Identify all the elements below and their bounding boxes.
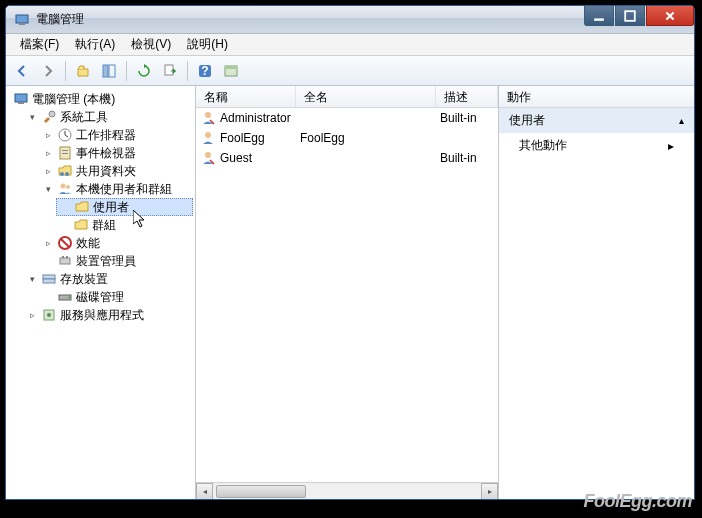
svg-rect-0 <box>16 15 28 23</box>
help-button[interactable]: ? <box>193 59 217 83</box>
cell-name: FoolEgg <box>220 131 265 145</box>
event-icon <box>57 145 73 161</box>
tree-panel[interactable]: 電腦管理 (本機) ▾ 系統工具 ▹ 工作排程器 <box>6 86 196 499</box>
export-button[interactable] <box>158 59 182 83</box>
tree-label: 裝置管理員 <box>76 253 136 270</box>
svg-point-32 <box>205 112 211 118</box>
tree-groups[interactable]: ▹ 群組 <box>56 216 193 234</box>
svg-point-21 <box>66 185 70 189</box>
svg-point-31 <box>47 313 51 317</box>
show-hide-tree-button[interactable] <box>97 59 121 83</box>
tree-label: 磁碟管理 <box>76 289 124 306</box>
submenu-icon: ▸ <box>668 139 674 153</box>
up-button[interactable] <box>71 59 95 83</box>
column-name[interactable]: 名稱 <box>196 86 296 107</box>
close-button[interactable] <box>646 6 694 26</box>
tree-users[interactable]: ▹ 使用者 <box>56 198 193 216</box>
svg-point-18 <box>60 172 64 176</box>
window-controls <box>583 6 694 33</box>
disk-icon <box>57 289 73 305</box>
tree-local-users-groups[interactable]: ▾ 本機使用者和群組 <box>40 180 193 198</box>
properties-button[interactable] <box>219 59 243 83</box>
list-body[interactable]: Administrator Built-in FoolEgg FoolEgg <box>196 108 498 482</box>
horizontal-scrollbar[interactable]: ◂ ▸ <box>196 482 498 499</box>
svg-rect-1 <box>19 23 25 25</box>
users-icon <box>57 181 73 197</box>
column-description[interactable]: 描述 <box>436 86 498 107</box>
tree-label: 事件檢視器 <box>76 145 136 162</box>
svg-rect-24 <box>62 256 64 258</box>
toolbar-separator <box>126 61 127 81</box>
svg-rect-10 <box>225 66 237 69</box>
tree-storage[interactable]: ▾ 存放裝置 <box>24 270 193 288</box>
action-panel: 動作 使用者 ▴ 其他動作 ▸ <box>499 86 694 499</box>
tree-label: 共用資料夾 <box>76 163 136 180</box>
tree-device-manager[interactable]: ▹ 裝置管理員 <box>40 252 193 270</box>
svg-point-20 <box>61 184 66 189</box>
tree-services[interactable]: ▹ 服務與應用程式 <box>24 306 193 324</box>
cell-name: Guest <box>220 151 252 165</box>
list-row[interactable]: Guest Built-in <box>196 148 498 168</box>
twisty-collapsed-icon[interactable]: ▹ <box>42 165 54 177</box>
collapse-icon: ▴ <box>679 115 684 126</box>
cell-name: Administrator <box>220 111 291 125</box>
tree-event-viewer[interactable]: ▹ 事件檢視器 <box>40 144 193 162</box>
column-fullname[interactable]: 全名 <box>296 86 436 107</box>
tree-disk-management[interactable]: ▹ 磁碟管理 <box>40 288 193 306</box>
tree-task-scheduler[interactable]: ▹ 工作排程器 <box>40 126 193 144</box>
tree-root-label: 電腦管理 (本機) <box>32 91 115 108</box>
menubar: 檔案(F) 執行(A) 檢視(V) 說明(H) <box>6 34 694 56</box>
svg-rect-27 <box>43 279 55 283</box>
svg-rect-3 <box>625 11 635 21</box>
scroll-thumb[interactable] <box>216 485 306 498</box>
storage-icon <box>41 271 57 287</box>
svg-text:?: ? <box>201 64 208 78</box>
action-body: 使用者 ▴ 其他動作 ▸ <box>499 108 694 499</box>
tree-performance[interactable]: ▹ 效能 <box>40 234 193 252</box>
cell-fullname: FoolEgg <box>300 131 345 145</box>
scroll-right-button[interactable]: ▸ <box>481 483 498 499</box>
menu-file[interactable]: 檔案(F) <box>12 34 67 55</box>
minimize-button[interactable] <box>584 6 614 26</box>
tree-shared-folders[interactable]: ▹ 共用資料夾 <box>40 162 193 180</box>
cell-desc: Built-in <box>440 111 477 125</box>
tree-root[interactable]: 電腦管理 (本機) <box>8 90 193 108</box>
user-icon <box>200 150 216 166</box>
svg-point-29 <box>68 297 70 299</box>
list-panel: 名稱 全名 描述 Administrator Built-in FoolEgg <box>196 86 499 499</box>
action-section-users[interactable]: 使用者 ▴ <box>499 108 694 133</box>
menu-view[interactable]: 檢視(V) <box>123 34 179 55</box>
forward-button[interactable] <box>36 59 60 83</box>
refresh-button[interactable] <box>132 59 156 83</box>
tree-label: 群組 <box>92 217 116 234</box>
svg-rect-23 <box>60 258 70 264</box>
performance-icon <box>57 235 73 251</box>
svg-point-19 <box>65 172 69 176</box>
twisty-collapsed-icon[interactable]: ▹ <box>42 129 54 141</box>
action-more[interactable]: 其他動作 ▸ <box>499 133 694 158</box>
tree-label: 效能 <box>76 235 100 252</box>
twisty-collapsed-icon[interactable]: ▹ <box>42 147 54 159</box>
list-row[interactable]: Administrator Built-in <box>196 108 498 128</box>
svg-rect-11 <box>15 94 27 102</box>
twisty-expanded-icon[interactable]: ▾ <box>26 273 38 285</box>
back-button[interactable] <box>10 59 34 83</box>
shared-folder-icon <box>57 163 73 179</box>
tree-systools[interactable]: ▾ 系統工具 <box>24 108 193 126</box>
action-section-label: 使用者 <box>509 112 545 129</box>
toolbar: ? <box>6 56 694 86</box>
app-icon <box>14 12 30 28</box>
titlebar[interactable]: 電腦管理 <box>6 6 694 34</box>
svg-point-34 <box>205 152 211 158</box>
scroll-left-button[interactable]: ◂ <box>196 483 213 499</box>
twisty-collapsed-icon[interactable]: ▹ <box>26 309 38 321</box>
menu-action[interactable]: 執行(A) <box>67 34 123 55</box>
twisty-expanded-icon[interactable]: ▾ <box>42 183 54 195</box>
menu-help[interactable]: 說明(H) <box>179 34 236 55</box>
list-row[interactable]: FoolEgg FoolEgg <box>196 128 498 148</box>
twisty-expanded-icon[interactable]: ▾ <box>26 111 38 123</box>
user-icon <box>200 110 216 126</box>
tree-label: 工作排程器 <box>76 127 136 144</box>
maximize-button[interactable] <box>615 6 645 26</box>
twisty-collapsed-icon[interactable]: ▹ <box>42 237 54 249</box>
